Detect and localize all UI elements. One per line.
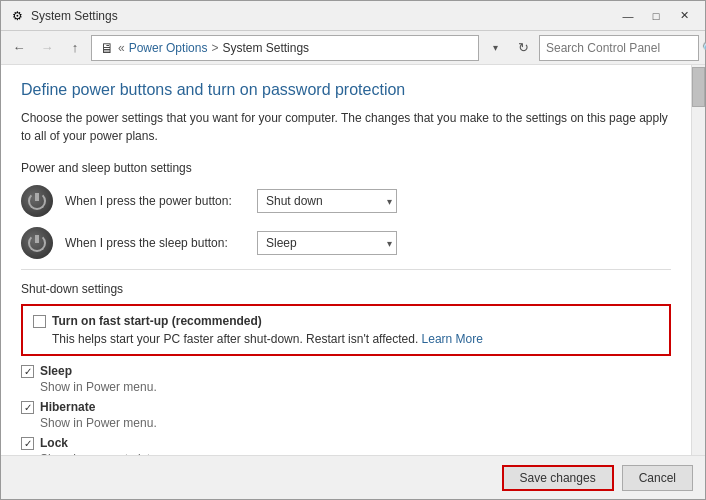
power-sleep-section-label: Power and sleep button settings [21, 161, 671, 175]
hibernate-option-row: ✓ Hibernate [21, 400, 671, 414]
power-button-label: When I press the power button: [65, 194, 245, 208]
window-icon: ⚙ [9, 8, 25, 24]
fast-startup-description: This helps start your PC faster after sh… [52, 332, 659, 346]
breadcrumb-current: System Settings [222, 41, 309, 55]
back-button[interactable]: ← [7, 36, 31, 60]
minimize-button[interactable]: — [615, 6, 641, 26]
hibernate-option-checkbox[interactable]: ✓ [21, 401, 34, 414]
sleep-button-label: When I press the sleep button: [65, 236, 245, 250]
system-settings-window: ⚙ System Settings — □ ✕ ← → ↑ 🖥 « Power … [0, 0, 706, 500]
content-area: Define power buttons and turn on passwor… [1, 65, 705, 455]
up-button[interactable]: ↑ [63, 36, 87, 60]
lock-option-row: ✓ Lock [21, 436, 671, 450]
power-icon [21, 185, 53, 217]
search-box[interactable]: 🔍 [539, 35, 699, 61]
search-icon: 🔍 [702, 36, 706, 60]
sleep-dropdown-arrow-icon: ▾ [387, 238, 392, 249]
page-title: Define power buttons and turn on passwor… [21, 81, 671, 99]
fast-startup-box: Turn on fast start-up (recommended) This… [21, 304, 671, 356]
fast-startup-label: Turn on fast start-up (recommended) [52, 314, 262, 328]
bottom-bar: Save changes Cancel [1, 455, 705, 499]
dropdown-arrow-button[interactable]: ▾ [483, 36, 507, 60]
page-description: Choose the power settings that you want … [21, 109, 671, 145]
power-button-dropdown[interactable]: Shut down ▾ [257, 189, 397, 213]
breadcrumb: 🖥 « Power Options > System Settings [91, 35, 479, 61]
breadcrumb-double-arrow: « [118, 41, 125, 55]
refresh-button[interactable]: ↻ [511, 36, 535, 60]
section-divider [21, 269, 671, 270]
power-dropdown-arrow-icon: ▾ [387, 196, 392, 207]
sleep-option-checkbox[interactable]: ✓ [21, 365, 34, 378]
fast-startup-row: Turn on fast start-up (recommended) [33, 314, 659, 328]
nav-bar: ← → ↑ 🖥 « Power Options > System Setting… [1, 31, 705, 65]
title-bar: ⚙ System Settings — □ ✕ [1, 1, 705, 31]
breadcrumb-power-options[interactable]: Power Options [129, 41, 208, 55]
scrollbar-thumb[interactable] [692, 67, 705, 107]
sleep-button-value: Sleep [266, 236, 383, 250]
forward-button[interactable]: → [35, 36, 59, 60]
lock-option-label: Lock [40, 436, 68, 450]
sleep-option-label: Sleep [40, 364, 72, 378]
sleep-option-row: ✓ Sleep [21, 364, 671, 378]
scrollbar-track[interactable] [691, 65, 705, 455]
search-input[interactable] [540, 41, 702, 55]
window-controls: — □ ✕ [615, 6, 697, 26]
sleep-option-sublabel: Show in Power menu. [40, 380, 671, 394]
lock-option-checkbox[interactable]: ✓ [21, 437, 34, 450]
breadcrumb-separator: > [211, 41, 218, 55]
hibernate-option-label: Hibernate [40, 400, 95, 414]
sleep-icon [21, 227, 53, 259]
close-button[interactable]: ✕ [671, 6, 697, 26]
breadcrumb-icon: 🖥 [100, 40, 114, 56]
maximize-button[interactable]: □ [643, 6, 669, 26]
window-title: System Settings [31, 9, 615, 23]
main-content: Define power buttons and turn on passwor… [1, 65, 691, 455]
save-changes-button[interactable]: Save changes [502, 465, 614, 491]
power-button-value: Shut down [266, 194, 383, 208]
hibernate-option-sublabel: Show in Power menu. [40, 416, 671, 430]
fast-startup-checkbox[interactable] [33, 315, 46, 328]
power-button-row: When I press the power button: Shut down… [21, 185, 671, 217]
cancel-button[interactable]: Cancel [622, 465, 693, 491]
learn-more-link[interactable]: Learn More [422, 332, 483, 346]
shutdown-section-label: Shut-down settings [21, 282, 671, 296]
sleep-button-row: When I press the sleep button: Sleep ▾ [21, 227, 671, 259]
sleep-button-dropdown[interactable]: Sleep ▾ [257, 231, 397, 255]
